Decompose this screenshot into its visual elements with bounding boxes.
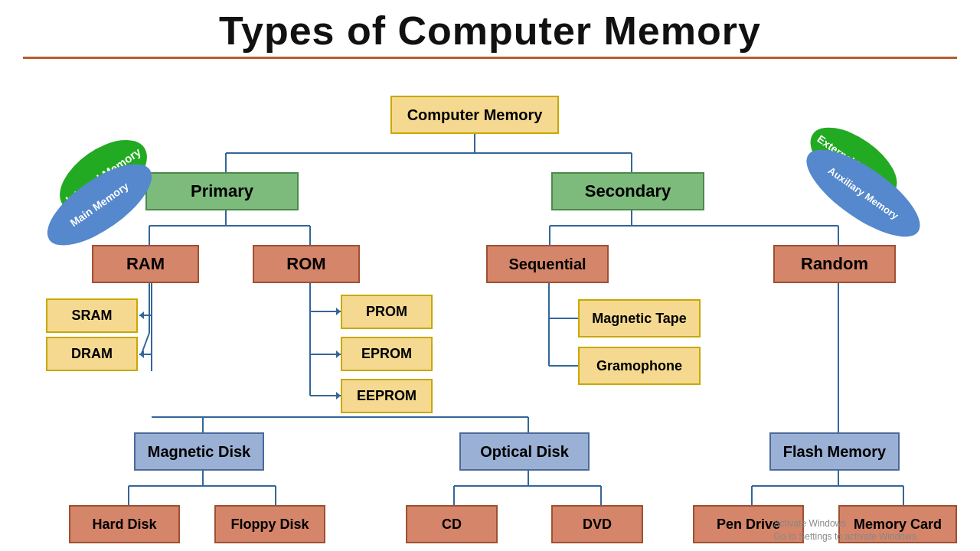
svg-marker-18	[139, 350, 144, 358]
watermark-line2: Go to Settings to activate Windows.	[774, 530, 919, 543]
node-dvd: DVD	[551, 505, 643, 543]
node-dram: DRAM	[46, 337, 138, 371]
node-optical-disk: Optical Disk	[459, 432, 590, 471]
watermark-line1: Activate Windows	[774, 517, 919, 530]
node-sequential: Sequential	[486, 245, 609, 283]
node-sram: SRAM	[46, 298, 138, 333]
node-primary: Primary	[145, 172, 299, 210]
node-eprom: EPROM	[341, 337, 433, 371]
watermark: Activate Windows Go to Settings to activ…	[774, 517, 919, 543]
node-hard-disk: Hard Disk	[69, 505, 180, 543]
node-secondary: Secondary	[551, 172, 704, 210]
title-underline	[23, 57, 957, 59]
node-cd: CD	[406, 505, 498, 543]
svg-line-13	[142, 333, 149, 354]
node-random: Random	[773, 245, 896, 283]
page-title: Types of Computer Memory	[0, 0, 980, 57]
node-eeprom: EEPROM	[341, 379, 433, 413]
node-rom: ROM	[253, 245, 360, 283]
node-magnetic-tape: Magnetic Tape	[578, 299, 701, 337]
node-floppy-disk: Floppy Disk	[214, 505, 325, 543]
node-flash-memory: Flash Memory	[769, 432, 900, 471]
svg-marker-16	[139, 311, 144, 319]
node-prom: PROM	[341, 295, 433, 329]
node-computer-memory: Computer Memory	[390, 96, 559, 134]
node-ram: RAM	[92, 245, 199, 283]
node-magnetic-disk: Magnetic Disk	[134, 432, 264, 471]
node-gramophone: Gramophone	[578, 347, 701, 385]
